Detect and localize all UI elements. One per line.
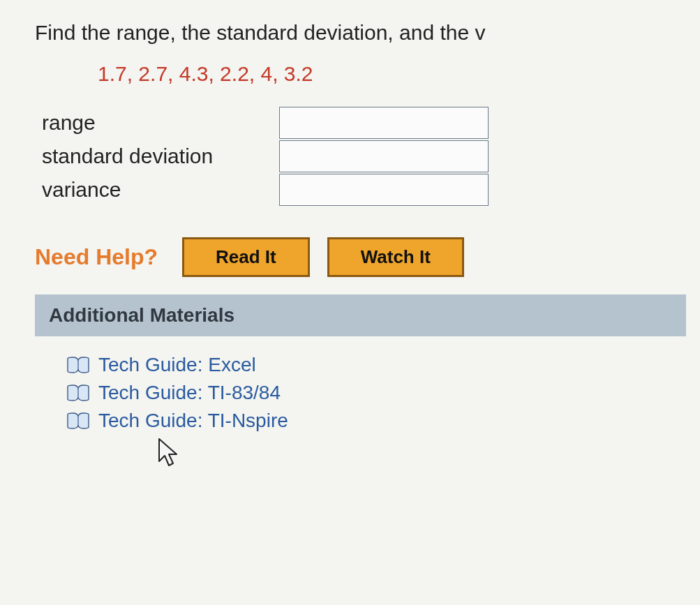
additional-materials-list: Tech Guide: Excel Tech Guide: TI-83/84 T… bbox=[35, 336, 686, 485]
read-it-button[interactable]: Read It bbox=[182, 237, 310, 277]
need-help-heading: Need Help? bbox=[35, 244, 158, 270]
question-data-values: 1.7, 2.7, 4.3, 2.2, 4, 3.2 bbox=[98, 62, 686, 86]
answer-block: range standard deviation variance bbox=[42, 107, 686, 206]
book-icon bbox=[66, 412, 90, 430]
range-input[interactable] bbox=[279, 107, 489, 139]
question-panel: Find the range, the standard deviation, … bbox=[0, 0, 700, 499]
book-icon bbox=[66, 384, 90, 402]
answer-row-range: range bbox=[42, 107, 686, 139]
question-prompt: Find the range, the standard deviation, … bbox=[35, 21, 686, 45]
answer-row-stddev: standard deviation bbox=[42, 140, 686, 172]
stddev-label: standard deviation bbox=[42, 144, 279, 168]
variance-input[interactable] bbox=[279, 174, 489, 206]
watch-it-button[interactable]: Watch It bbox=[327, 237, 464, 277]
additional-materials-heading: Additional Materials bbox=[35, 294, 686, 336]
material-item-tinspire[interactable]: Tech Guide: TI-Nspire bbox=[66, 410, 672, 432]
material-link-label: Tech Guide: TI-83/84 bbox=[98, 382, 281, 404]
material-item-excel[interactable]: Tech Guide: Excel bbox=[66, 354, 672, 376]
range-label: range bbox=[42, 111, 279, 135]
variance-label: variance bbox=[42, 178, 279, 202]
answer-row-variance: variance bbox=[42, 174, 686, 206]
book-icon bbox=[66, 356, 90, 374]
material-link-label: Tech Guide: TI-Nspire bbox=[98, 410, 288, 432]
stddev-input[interactable] bbox=[279, 140, 489, 172]
cursor-icon bbox=[157, 438, 672, 471]
help-row: Need Help? Read It Watch It bbox=[35, 237, 686, 277]
material-link-label: Tech Guide: Excel bbox=[98, 354, 256, 376]
material-item-ti8384[interactable]: Tech Guide: TI-83/84 bbox=[66, 382, 672, 404]
